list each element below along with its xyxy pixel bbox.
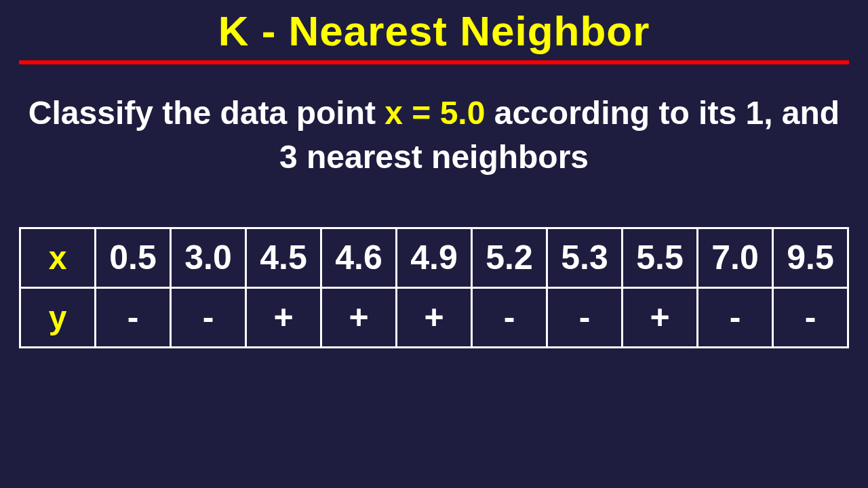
row-label-x: x (20, 228, 96, 287)
x-cell: 5.2 (472, 228, 547, 287)
row-label-y: y (20, 287, 96, 347)
x-cell: 0.5 (96, 228, 171, 287)
x-cell: 4.5 (246, 228, 321, 287)
problem-prompt: Classify the data point x = 5.0 accordin… (20, 92, 848, 180)
y-cell: - (96, 287, 171, 347)
y-cell: - (698, 287, 773, 347)
y-cell: + (623, 287, 698, 347)
slide-title: K - Nearest Neighbor (0, 0, 868, 55)
x-cell: 7.0 (698, 228, 773, 287)
table-row: y - - + + + - - + - - (20, 287, 848, 347)
x-cell: 5.5 (623, 228, 698, 287)
table-row: x 0.5 3.0 4.5 4.6 4.9 5.2 5.3 5.5 7.0 9.… (20, 228, 848, 287)
y-cell: - (547, 287, 623, 347)
y-cell: - (171, 287, 246, 347)
prompt-text-pre: Classify the data point (28, 95, 384, 131)
data-table: x 0.5 3.0 4.5 4.6 4.9 5.2 5.3 5.5 7.0 9.… (19, 227, 849, 348)
x-cell: 3.0 (171, 228, 246, 287)
title-underline (19, 60, 849, 64)
y-cell: + (321, 287, 397, 347)
y-cell: - (472, 287, 547, 347)
y-cell: + (397, 287, 472, 347)
x-cell: 4.6 (321, 228, 397, 287)
x-cell: 4.9 (397, 228, 472, 287)
prompt-highlight: x = 5.0 (384, 95, 485, 131)
x-cell: 5.3 (547, 228, 623, 287)
y-cell: + (246, 287, 321, 347)
x-cell: 9.5 (773, 228, 848, 287)
y-cell: - (773, 287, 848, 347)
